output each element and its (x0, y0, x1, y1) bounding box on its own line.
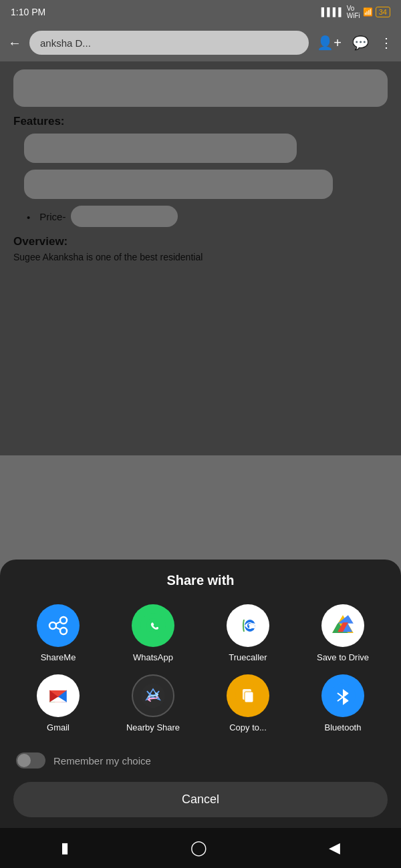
svg-point-1 (60, 617, 67, 624)
remember-toggle[interactable] (16, 752, 45, 769)
price-text: Price- (39, 211, 65, 222)
svg-line-3 (56, 622, 61, 624)
share-title: Share with (13, 573, 388, 588)
nav-recents-icon[interactable]: ▮ (61, 839, 69, 857)
svg-point-0 (49, 622, 56, 629)
add-contact-icon[interactable]: 👤+ (317, 35, 342, 51)
share-item-nearby[interactable]: Nearby Share (108, 674, 198, 734)
truecaller-label: Truecaller (229, 652, 267, 664)
svg-line-4 (56, 628, 61, 630)
nav-back-icon[interactable]: ◀ (329, 839, 340, 857)
svg-marker-12 (338, 615, 354, 624)
drive-label: Save to Drive (317, 652, 369, 664)
status-icons: ▌▌▌▌ VoWiFi 📶 34 (321, 5, 390, 19)
page-title: anksha D... (40, 37, 91, 49)
drive-icon (321, 604, 364, 647)
status-time: 1:10 PM (11, 7, 45, 17)
whatsapp-label: WhatsApp (133, 652, 173, 664)
whatsapp-icon (132, 604, 174, 647)
content-area: Features: • Price- Overview: Sugee Akank… (0, 61, 401, 455)
blurred-header (13, 69, 388, 107)
comment-icon[interactable]: 💬 (352, 35, 369, 51)
svg-point-2 (60, 628, 67, 634)
nearby-icon (132, 674, 174, 717)
copyto-label: Copy to... (229, 722, 267, 734)
share-item-shareme[interactable]: ShareMe (13, 604, 103, 664)
share-item-bluetooth[interactable]: Bluetooth (298, 674, 388, 734)
cancel-button[interactable]: Cancel (13, 782, 388, 817)
remember-row: Remember my choice (13, 747, 388, 774)
title-area: anksha D... (29, 31, 309, 55)
more-options-icon[interactable]: ⋮ (380, 35, 393, 51)
share-sheet: Share with ShareMe (0, 560, 401, 828)
shareme-label: ShareMe (41, 652, 76, 664)
blurred-price (71, 206, 178, 227)
price-row: • Price- (27, 206, 388, 227)
toggle-knob (17, 754, 31, 767)
nav-bar: ▮ ◯ ◀ (0, 828, 401, 868)
share-item-truecaller[interactable]: ☎ Truecaller (203, 604, 293, 664)
wifi-icon: 📶 (363, 7, 373, 17)
top-action-icons: 👤+ 💬 ⋮ (317, 35, 393, 51)
remember-label: Remember my choice (53, 755, 151, 767)
signal-icon: ▌▌▌▌ (321, 7, 344, 17)
battery-icon: 34 (376, 7, 390, 17)
features-label: Features: (13, 115, 388, 128)
gmail-icon (37, 674, 80, 717)
copyto-icon (227, 674, 269, 717)
overview-label: Overview: (13, 235, 388, 248)
vo-wifi-icon: VoWiFi (347, 5, 360, 19)
shareme-icon (37, 604, 80, 647)
share-item-drive[interactable]: Save to Drive (298, 604, 388, 664)
share-item-whatsapp[interactable]: WhatsApp (108, 604, 198, 664)
truecaller-icon: ☎ (227, 604, 269, 647)
top-bar: ← anksha D... 👤+ 💬 ⋮ (0, 24, 401, 61)
bullet-icon: • (27, 212, 30, 223)
nav-home-icon[interactable]: ◯ (190, 839, 207, 857)
blurred-feature-2 (24, 170, 333, 199)
svg-rect-23 (245, 692, 253, 702)
blurred-feature-1 (24, 134, 297, 163)
back-button[interactable]: ← (8, 35, 21, 51)
gmail-label: Gmail (47, 722, 70, 734)
share-item-gmail[interactable]: Gmail (13, 674, 103, 734)
bluetooth-icon (321, 674, 364, 717)
share-item-copyto[interactable]: Copy to... (203, 674, 293, 734)
bluetooth-label: Bluetooth (325, 722, 362, 734)
svg-text:☎: ☎ (248, 622, 257, 630)
share-grid: ShareMe WhatsApp (13, 604, 388, 734)
nearby-label: Nearby Share (126, 722, 180, 734)
status-bar: 1:10 PM ▌▌▌▌ VoWiFi 📶 34 (0, 0, 401, 24)
overview-text: Sugee Akanksha is one of the best reside… (13, 251, 388, 264)
